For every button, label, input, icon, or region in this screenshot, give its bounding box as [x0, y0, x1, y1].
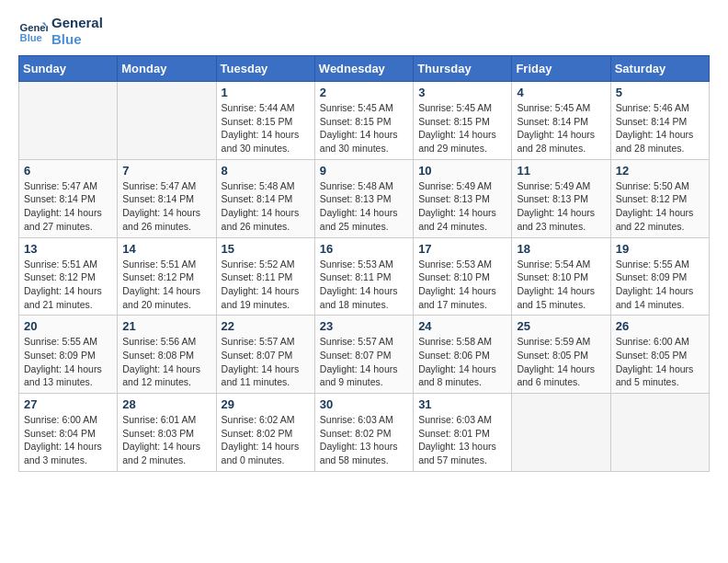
- day-info: Sunrise: 6:00 AMSunset: 8:05 PMDaylight:…: [616, 335, 704, 389]
- calendar-day-cell: 30Sunrise: 6:03 AMSunset: 8:02 PMDayligh…: [314, 394, 413, 472]
- day-info: Sunrise: 6:03 AMSunset: 8:02 PMDaylight:…: [320, 413, 408, 467]
- day-info: Sunrise: 5:57 AMSunset: 8:07 PMDaylight:…: [320, 335, 408, 389]
- day-number: 2: [320, 86, 408, 99]
- daylight-text: Daylight: 14 hours and 21 minutes.: [24, 284, 112, 311]
- sunrise-text: Sunrise: 5:52 AM: [222, 258, 310, 271]
- sunset-text: Sunset: 8:14 PM: [616, 115, 704, 129]
- sunrise-text: Sunrise: 5:53 AM: [418, 258, 506, 271]
- day-number: 26: [616, 319, 704, 333]
- page-header: General Blue General Blue: [18, 15, 710, 48]
- sunset-text: Sunset: 8:13 PM: [418, 192, 506, 206]
- day-info: Sunrise: 6:02 AMSunset: 8:02 PMDaylight:…: [222, 413, 310, 467]
- calendar-day-cell: 26Sunrise: 6:00 AMSunset: 8:05 PMDayligh…: [610, 316, 709, 394]
- calendar-day-cell: 23Sunrise: 5:57 AMSunset: 8:07 PMDayligh…: [314, 316, 413, 394]
- daylight-text: Daylight: 14 hours and 30 minutes.: [320, 128, 408, 155]
- daylight-text: Daylight: 14 hours and 0 minutes.: [222, 440, 310, 466]
- calendar-day-cell: 9Sunrise: 5:48 AMSunset: 8:13 PMDaylight…: [314, 159, 413, 237]
- sunset-text: Sunset: 8:07 PM: [222, 349, 310, 362]
- day-number: 17: [418, 242, 506, 256]
- day-info: Sunrise: 5:58 AMSunset: 8:06 PMDaylight:…: [418, 335, 506, 389]
- calendar-header-thursday: Thursday: [414, 56, 512, 82]
- day-info: Sunrise: 5:50 AMSunset: 8:12 PMDaylight:…: [616, 179, 704, 234]
- day-number: 3: [418, 86, 506, 99]
- daylight-text: Daylight: 14 hours and 17 minutes.: [418, 284, 506, 311]
- calendar-day-cell: 27Sunrise: 6:00 AMSunset: 8:04 PMDayligh…: [19, 394, 118, 472]
- day-number: 21: [122, 319, 210, 333]
- day-number: 29: [222, 397, 310, 411]
- sunrise-text: Sunrise: 5:51 AM: [24, 258, 112, 271]
- day-info: Sunrise: 5:45 AMSunset: 8:15 PMDaylight:…: [320, 101, 408, 155]
- sunrise-text: Sunrise: 5:54 AM: [517, 258, 605, 271]
- svg-text:Blue: Blue: [20, 32, 42, 43]
- sunrise-text: Sunrise: 5:46 AM: [616, 101, 704, 115]
- calendar-day-cell: 14Sunrise: 5:51 AMSunset: 8:12 PMDayligh…: [118, 237, 216, 316]
- daylight-text: Daylight: 14 hours and 19 minutes.: [222, 284, 310, 311]
- day-info: Sunrise: 5:59 AMSunset: 8:05 PMDaylight:…: [517, 335, 605, 389]
- calendar-day-cell: 16Sunrise: 5:53 AMSunset: 8:11 PMDayligh…: [314, 237, 413, 316]
- logo-text-general: General: [51, 15, 103, 31]
- calendar-day-cell: 3Sunrise: 5:45 AMSunset: 8:15 PMDaylight…: [414, 82, 512, 160]
- calendar-day-cell: 11Sunrise: 5:49 AMSunset: 8:13 PMDayligh…: [512, 159, 610, 237]
- calendar-day-cell: 22Sunrise: 5:57 AMSunset: 8:07 PMDayligh…: [216, 316, 314, 394]
- day-info: Sunrise: 5:56 AMSunset: 8:08 PMDaylight:…: [122, 335, 210, 389]
- calendar-day-cell: 1Sunrise: 5:44 AMSunset: 8:15 PMDaylight…: [216, 82, 314, 160]
- sunset-text: Sunset: 8:10 PM: [418, 270, 506, 284]
- sunset-text: Sunset: 8:13 PM: [320, 192, 408, 206]
- daylight-text: Daylight: 14 hours and 14 minutes.: [616, 284, 704, 311]
- calendar-header-sunday: Sunday: [19, 56, 118, 82]
- daylight-text: Daylight: 14 hours and 12 minutes.: [122, 362, 210, 389]
- calendar-day-cell: 31Sunrise: 6:03 AMSunset: 8:01 PMDayligh…: [414, 394, 512, 472]
- sunrise-text: Sunrise: 5:44 AM: [222, 101, 310, 115]
- calendar-day-cell: 4Sunrise: 5:45 AMSunset: 8:14 PMDaylight…: [512, 82, 610, 160]
- day-info: Sunrise: 6:00 AMSunset: 8:04 PMDaylight:…: [24, 413, 112, 467]
- calendar-day-cell: 8Sunrise: 5:48 AMSunset: 8:14 PMDaylight…: [216, 159, 314, 237]
- sunrise-text: Sunrise: 6:03 AM: [418, 413, 506, 427]
- day-number: 16: [320, 242, 408, 256]
- calendar-header-wednesday: Wednesday: [314, 56, 413, 82]
- sunset-text: Sunset: 8:14 PM: [222, 192, 310, 206]
- day-number: 5: [616, 86, 704, 99]
- calendar-day-cell: [19, 82, 118, 160]
- sunset-text: Sunset: 8:01 PM: [418, 427, 506, 441]
- sunset-text: Sunset: 8:08 PM: [122, 349, 210, 362]
- sunset-text: Sunset: 8:02 PM: [320, 427, 408, 441]
- sunrise-text: Sunrise: 5:48 AM: [222, 179, 310, 193]
- sunrise-text: Sunrise: 5:53 AM: [320, 258, 408, 271]
- day-info: Sunrise: 6:01 AMSunset: 8:03 PMDaylight:…: [122, 413, 210, 467]
- daylight-text: Daylight: 14 hours and 23 minutes.: [517, 206, 605, 233]
- daylight-text: Daylight: 14 hours and 26 minutes.: [122, 206, 210, 233]
- day-number: 23: [320, 319, 408, 333]
- day-number: 7: [122, 164, 210, 178]
- day-info: Sunrise: 5:54 AMSunset: 8:10 PMDaylight:…: [517, 258, 605, 312]
- sunset-text: Sunset: 8:02 PM: [222, 427, 310, 441]
- sunrise-text: Sunrise: 5:49 AM: [418, 179, 506, 193]
- day-info: Sunrise: 5:52 AMSunset: 8:11 PMDaylight:…: [222, 258, 310, 312]
- daylight-text: Daylight: 14 hours and 28 minutes.: [616, 128, 704, 155]
- daylight-text: Daylight: 14 hours and 30 minutes.: [222, 128, 310, 155]
- calendar-day-cell: 19Sunrise: 5:55 AMSunset: 8:09 PMDayligh…: [610, 237, 709, 316]
- day-number: 13: [24, 242, 112, 256]
- sunrise-text: Sunrise: 5:50 AM: [616, 179, 704, 193]
- calendar-day-cell: 15Sunrise: 5:52 AMSunset: 8:11 PMDayligh…: [216, 237, 314, 316]
- sunset-text: Sunset: 8:04 PM: [24, 427, 112, 441]
- day-info: Sunrise: 6:03 AMSunset: 8:01 PMDaylight:…: [418, 413, 506, 467]
- calendar-header-tuesday: Tuesday: [216, 56, 314, 82]
- calendar-day-cell: 29Sunrise: 6:02 AMSunset: 8:02 PMDayligh…: [216, 394, 314, 472]
- daylight-text: Daylight: 14 hours and 5 minutes.: [616, 362, 704, 389]
- logo: General Blue General Blue: [18, 15, 103, 48]
- sunrise-text: Sunrise: 5:45 AM: [418, 101, 506, 115]
- day-info: Sunrise: 5:51 AMSunset: 8:12 PMDaylight:…: [122, 258, 210, 312]
- daylight-text: Daylight: 14 hours and 25 minutes.: [320, 206, 408, 233]
- daylight-text: Daylight: 13 hours and 57 minutes.: [418, 440, 506, 466]
- day-info: Sunrise: 5:46 AMSunset: 8:14 PMDaylight:…: [616, 101, 704, 155]
- day-info: Sunrise: 5:51 AMSunset: 8:12 PMDaylight:…: [24, 258, 112, 312]
- day-number: 30: [320, 397, 408, 411]
- calendar-week-row: 6Sunrise: 5:47 AMSunset: 8:14 PMDaylight…: [19, 159, 710, 237]
- sunrise-text: Sunrise: 5:47 AM: [122, 179, 210, 193]
- day-number: 11: [517, 164, 605, 178]
- sunrise-text: Sunrise: 5:59 AM: [517, 335, 605, 349]
- sunrise-text: Sunrise: 5:57 AM: [320, 335, 408, 349]
- daylight-text: Daylight: 14 hours and 6 minutes.: [517, 362, 605, 389]
- day-number: 28: [122, 397, 210, 411]
- daylight-text: Daylight: 14 hours and 15 minutes.: [517, 284, 605, 311]
